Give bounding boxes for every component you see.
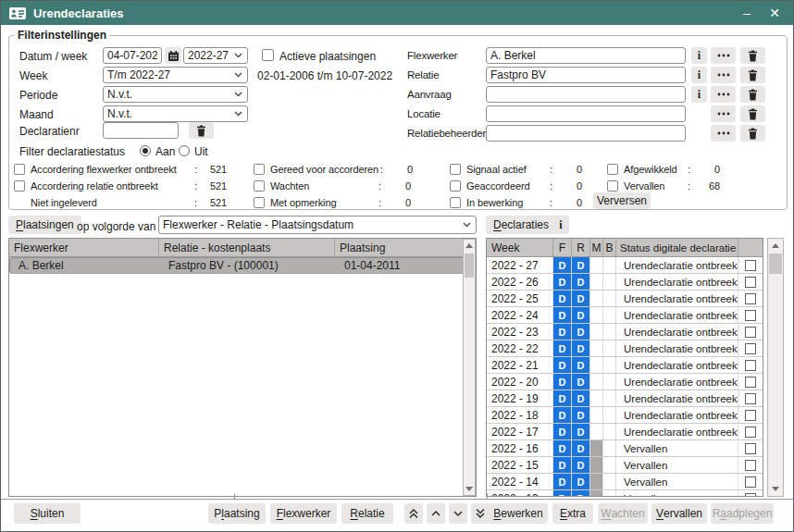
field-input[interactable] <box>486 86 686 103</box>
flexwerker-button[interactable]: Flexwerker <box>270 503 337 524</box>
scroll-down-button[interactable] <box>768 487 783 491</box>
declaratienr-input[interactable] <box>103 122 179 139</box>
declarations-header-week[interactable]: Week <box>487 239 553 256</box>
row-select-checkbox[interactable] <box>745 277 756 288</box>
nav-next-button[interactable] <box>449 503 467 524</box>
scroll-thumb[interactable] <box>465 254 474 278</box>
status-radio-uit[interactable] <box>179 145 190 156</box>
row-select-checkbox[interactable] <box>745 493 756 497</box>
minimize-button[interactable]: – <box>737 4 757 22</box>
declaraties-section-button[interactable]: Declaraties <box>486 216 556 234</box>
browse-button[interactable] <box>711 47 736 64</box>
row-select-checkbox[interactable] <box>745 327 756 338</box>
declarations-header-f[interactable]: F <box>553 239 572 256</box>
counter-checkbox[interactable] <box>450 164 461 175</box>
placements-header-relatie[interactable]: Relatie - kostenplaats <box>159 239 335 256</box>
info-button[interactable]: i <box>691 47 707 64</box>
declaration-row[interactable]: 2022 - 15 D D Vervallen <box>487 457 763 474</box>
declaration-row[interactable]: 2022 - 13 D D Vervallen <box>487 490 763 496</box>
field-input[interactable] <box>486 125 686 142</box>
counter-checkbox[interactable] <box>607 164 618 175</box>
relatie-button[interactable]: Relatie <box>341 503 393 524</box>
sort-order-select[interactable]: Flexwerker - Relatie - Plaatsingsdatum <box>158 216 477 234</box>
declaration-row[interactable]: 2022 - 19 D D Urendeclaratie ontbreekt <box>487 390 763 407</box>
counter-checkbox[interactable] <box>450 180 461 192</box>
periode-select[interactable]: N.v.t. <box>103 86 248 103</box>
clear-button[interactable] <box>740 47 765 64</box>
field-input[interactable] <box>486 47 686 64</box>
date-input[interactable] <box>103 47 162 64</box>
extra-button[interactable]: Extra <box>552 503 593 524</box>
placements-header-flexwerker[interactable]: Flexwerker <box>9 239 159 256</box>
placements-header-plaatsing[interactable]: Plaatsing <box>335 239 464 256</box>
counter-checkbox[interactable] <box>14 180 25 192</box>
row-select-checkbox[interactable] <box>745 393 756 404</box>
close-button[interactable]: ✕ <box>764 4 785 22</box>
wachten-button[interactable]: Wachten <box>598 503 648 524</box>
week-select[interactable]: T/m 2022-27 <box>103 67 248 83</box>
clear-button[interactable] <box>740 105 765 122</box>
row-select-checkbox[interactable] <box>745 476 756 488</box>
declaration-row[interactable]: 2022 - 17 D D Urendeclaratie ontbreekt <box>487 424 763 440</box>
maand-select[interactable]: N.v.t. <box>103 105 248 122</box>
declaration-row[interactable]: 2022 - 25 D D Urendeclaratie ontbreekt <box>487 291 763 307</box>
row-select-checkbox[interactable] <box>745 460 756 471</box>
declaration-row[interactable]: 2022 - 24 D D Urendeclaratie ontbreekt <box>487 307 763 324</box>
declarations-header-status[interactable]: Status digitale declaratie <box>616 239 738 256</box>
declarations-scrollbar[interactable] <box>767 238 784 497</box>
raadplegen-button[interactable]: Raadplegen <box>711 503 774 524</box>
row-select-checkbox[interactable] <box>745 377 756 388</box>
row-select-checkbox[interactable] <box>745 260 756 271</box>
declarations-header-b[interactable]: B <box>603 239 616 256</box>
nav-previous-button[interactable] <box>427 503 445 524</box>
counter-checkbox[interactable] <box>254 180 265 192</box>
placements-scrollbar[interactable] <box>463 239 476 496</box>
row-select-checkbox[interactable] <box>745 310 756 321</box>
scroll-up-button[interactable] <box>768 243 783 248</box>
plaatsing-button[interactable]: Plaatsing <box>208 503 266 524</box>
row-select-checkbox[interactable] <box>745 293 756 304</box>
info-button[interactable]: i <box>691 67 707 83</box>
declarations-header-m[interactable]: M <box>590 239 603 256</box>
verversen-button[interactable]: Verversen <box>593 192 651 209</box>
scroll-thumb[interactable] <box>769 254 782 274</box>
active-placements-checkbox[interactable] <box>262 49 274 61</box>
counter-checkbox[interactable] <box>450 197 461 208</box>
calendar-button[interactable] <box>165 47 181 64</box>
nav-last-button[interactable] <box>471 503 490 524</box>
declaration-row[interactable]: 2022 - 26 D D Urendeclaratie ontbreekt <box>487 274 763 291</box>
info-button[interactable]: i <box>691 86 707 103</box>
declaration-row[interactable]: 2022 - 16 D D Vervallen <box>487 440 763 457</box>
declarations-header-r[interactable]: R <box>572 239 590 256</box>
field-input[interactable] <box>486 105 686 122</box>
browse-button[interactable] <box>711 86 736 103</box>
counter-checkbox[interactable] <box>607 180 618 192</box>
row-select-checkbox[interactable] <box>745 427 756 438</box>
clear-button[interactable] <box>740 86 765 103</box>
field-input[interactable] <box>486 67 686 83</box>
bewerken-button[interactable]: Bewerken <box>489 503 548 524</box>
sluiten-button[interactable]: Sluiten <box>14 503 81 524</box>
declaration-row[interactable]: 2022 - 18 D D Urendeclaratie ontbreekt <box>487 407 763 424</box>
declaration-row[interactable]: 2022 - 21 D D Urendeclaratie ontbreekt <box>487 357 763 374</box>
row-select-checkbox[interactable] <box>745 360 756 371</box>
declarations-header-select[interactable] <box>738 239 763 256</box>
row-select-checkbox[interactable] <box>745 410 756 421</box>
declaration-row[interactable]: 2022 - 22 D D Urendeclaratie ontbreekt <box>487 340 763 357</box>
browse-button[interactable] <box>711 105 736 122</box>
declaraties-info-button[interactable]: i <box>552 216 569 234</box>
declaration-row[interactable]: 2022 - 23 D D Urendeclaratie ontbreekt <box>487 324 763 340</box>
clear-button[interactable] <box>740 125 765 142</box>
counter-checkbox[interactable] <box>254 164 265 175</box>
row-select-checkbox[interactable] <box>745 343 756 354</box>
browse-button[interactable] <box>711 125 736 142</box>
placement-row[interactable]: A. Berkel Fastpro BV - (100001) 01-04-20… <box>9 257 464 274</box>
browse-button[interactable] <box>711 67 736 83</box>
declaration-row[interactable]: 2022 - 14 D D Vervallen <box>487 474 763 490</box>
declaration-row[interactable]: 2022 - 27 D D Urendeclaratie ontbreekt <box>487 257 763 274</box>
counter-checkbox[interactable] <box>254 197 265 208</box>
clear-button[interactable] <box>740 67 765 83</box>
nav-first-button[interactable] <box>404 503 423 524</box>
row-select-checkbox[interactable] <box>745 443 756 454</box>
vervallen-button[interactable]: Vervallen <box>651 503 707 524</box>
